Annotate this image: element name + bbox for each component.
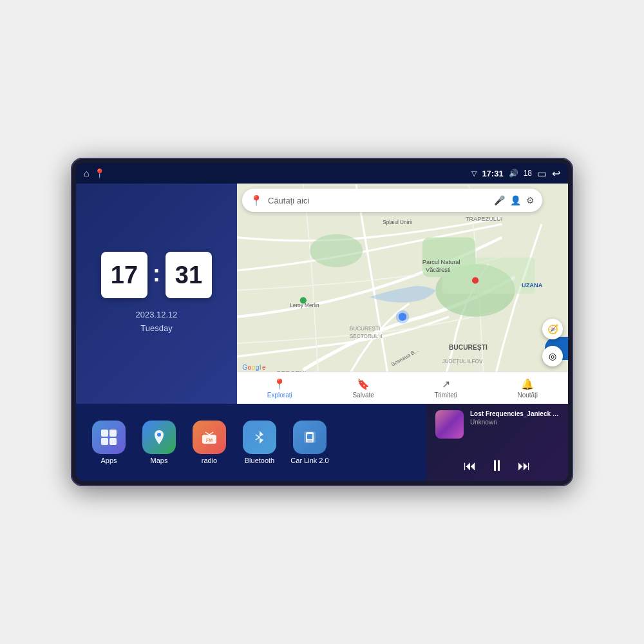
svg-text:FM: FM [206,438,213,442]
svg-text:UZANA: UZANA [522,282,543,289]
svg-text:TRAPEZULUI: TRAPEZULUI [466,216,503,222]
music-prev-button[interactable]: ⏮ [464,459,477,473]
app-label-maps: Maps [151,457,168,464]
send-icon: ↗ [442,378,450,390]
battery-icon: ▭ [537,167,547,180]
clock-display: 17 : 31 [101,252,212,298]
time-display: 17:31 [482,169,503,178]
svg-text:JUDEȚUL ILFOV: JUDEȚUL ILFOV [442,359,483,365]
car-display: ⌂ 📍 ▽ 17:31 🔊 18 ▭ ↩ 17 : [71,158,573,486]
app-label-carlink: Car Link 2.0 [290,457,328,464]
compass-button[interactable]: 🧭 [542,319,563,339]
music-player: Lost Frequencies_Janieck Devy-... Unknow… [426,404,568,481]
carlink-icon [293,421,327,454]
music-play-button[interactable]: ⏸ [489,457,505,475]
bluetooth-icon [243,421,276,454]
music-top: Lost Frequencies_Janieck Devy-... Unknow… [435,410,559,439]
clock-panel: 17 : 31 2023.12.12 Tuesday [76,184,237,404]
svg-text:G: G [242,364,247,371]
clock-separator: : [153,260,160,287]
svg-rect-28 [109,430,117,437]
svg-text:l: l [260,364,261,371]
album-art [435,410,464,439]
radio-icon: FM [193,421,226,454]
map-pin-icon: 📍 [250,194,263,207]
main-content: 17 : 31 2023.12.12 Tuesday 📍 Căutați aic… [76,184,568,481]
back-icon[interactable]: ↩ [552,167,560,180]
svg-rect-27 [101,430,108,437]
map-nav-explore[interactable]: 📍 Explorați [267,378,292,399]
music-controls: ⏮ ⏸ ⏭ [435,457,559,475]
layers-icon[interactable]: ⚙ [526,195,535,205]
app-label-apps: Apps [100,457,117,464]
map-search-bar[interactable]: 📍 Căutați aici 🎤 👤 ⚙ [242,189,542,212]
status-bar: ⌂ 📍 ▽ 17:31 🔊 18 ▭ ↩ [76,163,568,184]
music-artist: Unknown [470,419,559,426]
map-nav-send[interactable]: ↗ Trimiteți [435,378,457,399]
mic-icon[interactable]: 🎤 [494,195,505,205]
svg-rect-37 [307,440,312,442]
account-icon[interactable]: 👤 [510,195,521,205]
home-icon[interactable]: ⌂ [84,168,89,178]
saved-icon: 🔖 [357,378,370,390]
news-icon: 🔔 [521,378,534,390]
app-item-apps[interactable]: Apps [86,421,131,464]
svg-text:BUCUREȘTI: BUCUREȘTI [350,326,381,332]
music-next-button[interactable]: ⏭ [518,459,531,473]
map-nav-news[interactable]: 🔔 Noutăți [517,378,538,399]
svg-point-20 [300,297,307,303]
map-bottom-nav: 📍 Explorați 🔖 Salvate ↗ Trimiteți 🔔 [237,372,568,404]
bottom-section: Apps Maps [76,404,568,481]
music-info: Lost Frequencies_Janieck Devy-... Unknow… [470,410,559,426]
maps-icon [142,421,176,454]
svg-text:SECTORUL 4: SECTORUL 4 [350,334,383,339]
svg-point-31 [157,433,161,437]
svg-text:o: o [247,364,251,371]
app-item-carlink[interactable]: Car Link 2.0 [287,421,332,464]
app-label-radio: radio [202,457,217,464]
signal-icon: ▽ [471,169,477,178]
app-item-maps[interactable]: Maps [137,421,182,464]
svg-point-19 [472,277,478,283]
apps-row: Apps Maps [76,404,426,481]
explore-icon: 📍 [273,378,286,390]
clock-date: 2023.12.12 Tuesday [135,308,177,336]
location-button[interactable]: ◎ [542,346,563,366]
svg-point-18 [396,310,410,324]
map-nav-saved[interactable]: 🔖 Salvate [352,378,374,399]
svg-text:g: g [256,364,260,371]
svg-text:BUCUREȘTI: BUCUREȘTI [449,344,488,351]
clock-hours: 17 [101,252,147,298]
volume-level: 18 [524,169,532,178]
music-title: Lost Frequencies_Janieck Devy-... [470,410,559,417]
svg-text:Parcul Natural: Parcul Natural [422,259,460,265]
status-left: ⌂ 📍 [84,168,105,178]
app-item-radio[interactable]: FM radio [187,421,232,464]
status-right: ▽ 17:31 🔊 18 ▭ ↩ [471,167,560,180]
map-search-input[interactable]: Căutați aici [268,196,489,205]
map-panel[interactable]: 📍 Căutați aici 🎤 👤 ⚙ [237,184,568,404]
clock-minutes: 31 [166,252,212,298]
svg-text:o: o [252,364,256,371]
svg-text:Văcărești: Văcărești [426,267,451,273]
maps-status-icon[interactable]: 📍 [94,168,105,178]
svg-rect-29 [101,438,108,445]
svg-text:Splaiul Unirii: Splaiul Unirii [383,220,412,225]
svg-rect-30 [109,438,117,445]
svg-text:Leroy Merlin: Leroy Merlin [290,303,319,308]
app-item-bluetooth[interactable]: Bluetooth [237,421,282,464]
top-section: 17 : 31 2023.12.12 Tuesday 📍 Căutați aic… [76,184,568,404]
svg-rect-36 [307,434,312,439]
svg-point-3 [310,234,363,267]
apps-icon [92,421,126,454]
volume-icon: 🔊 [509,169,518,178]
svg-text:e: e [262,364,266,371]
map-background: BERCENI BUCUREȘTI JUDEȚUL ILFOV Parcul N… [237,184,568,404]
screen: ⌂ 📍 ▽ 17:31 🔊 18 ▭ ↩ 17 : [76,163,568,481]
app-label-bluetooth: Bluetooth [245,457,274,464]
